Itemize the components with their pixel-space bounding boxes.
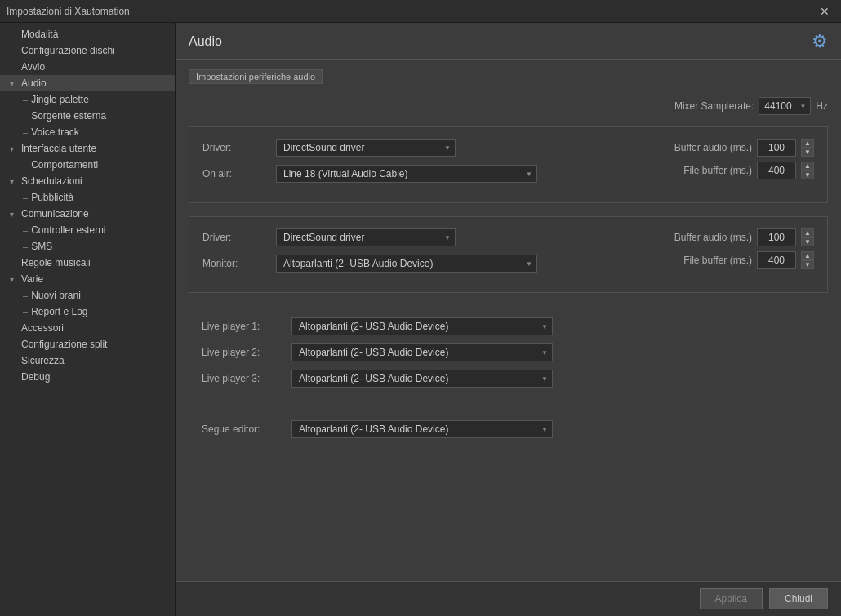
sidebar-label-jingle-palette: Jingle palette bbox=[31, 94, 89, 105]
section2-driver-wrapper: DirectSound driver bbox=[276, 228, 456, 246]
sidebar-item-modalita[interactable]: Modalità bbox=[0, 26, 175, 42]
sidebar-label-varie: Varie bbox=[21, 273, 43, 285]
live-player-2-wrapper: Altoparlanti (2- USB Audio Device) bbox=[291, 343, 553, 361]
gear-icon[interactable]: ⚙ bbox=[812, 31, 828, 52]
main-layout: Modalità Configurazione dischi Avvio ▾ A… bbox=[0, 23, 841, 616]
section2-driver-select[interactable]: DirectSound driver bbox=[276, 228, 456, 246]
sidebar-item-config-split[interactable]: Configurazione split bbox=[0, 336, 175, 352]
sidebar-item-sms[interactable]: – SMS bbox=[0, 238, 175, 255]
live-player-1-row: Live player 1: Altoparlanti (2- USB Audi… bbox=[202, 317, 815, 335]
live-player-2-row: Live player 2: Altoparlanti (2- USB Audi… bbox=[202, 343, 815, 361]
sidebar-item-debug[interactable]: Debug bbox=[0, 369, 175, 385]
live-player-1-select[interactable]: Altoparlanti (2- USB Audio Device) bbox=[291, 317, 553, 335]
sidebar-item-nuovi-brani[interactable]: – Nuovi brani bbox=[0, 287, 175, 304]
section1-buffer-audio-input[interactable]: 100 bbox=[757, 139, 796, 157]
live-player-3-label: Live player 3: bbox=[202, 373, 291, 384]
sidebar-item-config-dischi[interactable]: Configurazione dischi bbox=[0, 42, 175, 59]
segue-wrapper: Altoparlanti (2- USB Audio Device) bbox=[291, 420, 553, 438]
dash-icon: – bbox=[23, 242, 28, 251]
title-bar: Impostazioni di Xautomation ✕ bbox=[0, 0, 841, 23]
sidebar-item-comunicazione[interactable]: ▾ Comunicazione bbox=[0, 206, 175, 222]
section1-file-buffer-label: File buffer (ms.) bbox=[654, 165, 752, 176]
sidebar-label-config-split: Configurazione split bbox=[21, 339, 107, 350]
section2-file-buffer-down[interactable]: ▼ bbox=[801, 260, 814, 269]
sidebar-label-avvio: Avvio bbox=[21, 61, 45, 73]
audio-section-2: Driver: DirectSound driver Monitor: bbox=[189, 216, 828, 293]
section1-file-buffer-up[interactable]: ▲ bbox=[801, 162, 814, 171]
expand-icon-comunicazione: ▾ bbox=[10, 210, 18, 219]
live-player-1-wrapper: Altoparlanti (2- USB Audio Device) bbox=[291, 317, 553, 335]
live-player-3-wrapper: Altoparlanti (2- USB Audio Device) bbox=[291, 370, 553, 388]
page-title: Audio bbox=[189, 34, 222, 49]
dash-icon: – bbox=[23, 307, 28, 317]
sidebar-item-regole-musicali[interactable]: Regole musicali bbox=[0, 255, 175, 271]
section1-driver-select[interactable]: DirectSound driver bbox=[276, 139, 456, 157]
close-button[interactable]: Chiudi bbox=[769, 588, 828, 609]
section2-monitor-select[interactable]: Altoparlanti (2- USB Audio Device) bbox=[276, 255, 537, 273]
sidebar-label-sicurezza: Sicurezza bbox=[21, 355, 65, 366]
expand-icon-varie: ▾ bbox=[10, 275, 18, 284]
close-button[interactable]: ✕ bbox=[815, 3, 834, 20]
sidebar-label-debug: Debug bbox=[21, 371, 50, 383]
live-player-3-select[interactable]: Altoparlanti (2- USB Audio Device) bbox=[291, 370, 553, 388]
live-players-section: Live player 1: Altoparlanti (2- USB Audi… bbox=[189, 306, 828, 407]
mixer-samplerate-select[interactable]: 44100 48000 96000 bbox=[759, 97, 811, 115]
sidebar-label-pubblicita: Pubblicità bbox=[31, 192, 73, 203]
section2-buffer-audio-spinner: ▲ ▼ bbox=[801, 228, 814, 246]
section2-buffer-audio-row: Buffer audio (ms.) 100 ▲ ▼ bbox=[654, 228, 814, 246]
segue-select[interactable]: Altoparlanti (2- USB Audio Device) bbox=[291, 420, 553, 438]
sidebar-item-accessori[interactable]: Accessori bbox=[0, 320, 175, 336]
sidebar-item-report-e-log[interactable]: – Report e Log bbox=[0, 304, 175, 320]
section1-file-buffer-down[interactable]: ▼ bbox=[801, 171, 814, 179]
sidebar-item-avvio[interactable]: Avvio bbox=[0, 59, 175, 75]
live-player-1-label: Live player 1: bbox=[202, 321, 291, 332]
sidebar-item-audio[interactable]: ▾ Audio bbox=[0, 75, 175, 91]
live-player-3-row: Live player 3: Altoparlanti (2- USB Audi… bbox=[202, 370, 815, 388]
section1-driver-label: Driver: bbox=[202, 142, 276, 153]
sidebar-item-jingle-palette[interactable]: – Jingle palette bbox=[0, 91, 175, 108]
live-player-2-select[interactable]: Altoparlanti (2- USB Audio Device) bbox=[291, 343, 553, 361]
content-area: Audio ⚙ Impostazioni periferiche audio M… bbox=[176, 23, 841, 616]
audio-section-1: Driver: DirectSound driver On air: bbox=[189, 126, 828, 203]
section2-monitor-row: Monitor: Altoparlanti (2- USB Audio Devi… bbox=[202, 255, 654, 273]
section1-file-buffer-input[interactable]: 400 bbox=[757, 162, 796, 179]
section2-monitor-label: Monitor: bbox=[202, 258, 276, 269]
section1-buffer-audio-up[interactable]: ▲ bbox=[801, 139, 814, 148]
mixer-samplerate-label: Mixer Samplerate: bbox=[674, 100, 754, 112]
section1-file-buffer-spinner: ▲ ▼ bbox=[801, 162, 814, 179]
sidebar-label-accessori: Accessori bbox=[21, 322, 64, 334]
apply-button[interactable]: Applica bbox=[700, 588, 763, 609]
section2-file-buffer-input[interactable]: 400 bbox=[757, 251, 796, 269]
footer: Applica Chiudi bbox=[176, 581, 841, 616]
section2-buffer-audio-up[interactable]: ▲ bbox=[801, 228, 814, 237]
sidebar-item-comportamenti[interactable]: – Comportamenti bbox=[0, 157, 175, 173]
section2-file-buffer-row: File buffer (ms.) 400 ▲ ▼ bbox=[654, 251, 814, 269]
sidebar-item-voice-track[interactable]: – Voice track bbox=[0, 124, 175, 140]
section1-buffer-audio-down[interactable]: ▼ bbox=[801, 148, 814, 157]
sidebar-item-sorgente-esterna[interactable]: – Sorgente esterna bbox=[0, 108, 175, 124]
section1-buffer-audio-spinner: ▲ ▼ bbox=[801, 139, 814, 157]
section2-buffer-audio-down[interactable]: ▼ bbox=[801, 237, 814, 246]
section1-onair-wrapper: Line 18 (Virtual Audio Cable) bbox=[276, 165, 537, 183]
sidebar-item-interfaccia-utente[interactable]: ▾ Interfaccia utente bbox=[0, 140, 175, 157]
expand-icon-interfaccia: ▾ bbox=[10, 144, 18, 153]
section1-driver-wrapper: DirectSound driver bbox=[276, 139, 456, 157]
section1-inner: Driver: DirectSound driver On air: bbox=[202, 139, 814, 191]
section1-onair-select[interactable]: Line 18 (Virtual Audio Cable) bbox=[276, 165, 537, 183]
section2-file-buffer-spinner: ▲ ▼ bbox=[801, 251, 814, 269]
sidebar-item-varie[interactable]: ▾ Varie bbox=[0, 271, 175, 287]
section2-left: Driver: DirectSound driver Monitor: bbox=[202, 228, 654, 281]
section2-buffer-audio-input[interactable]: 100 bbox=[757, 228, 796, 246]
sidebar-item-pubblicita[interactable]: – Pubblicità bbox=[0, 189, 175, 206]
window-title: Impostazioni di Xautomation bbox=[7, 6, 130, 17]
sidebar-item-sicurezza[interactable]: Sicurezza bbox=[0, 352, 175, 369]
content-header: Audio ⚙ bbox=[176, 23, 841, 60]
section2-file-buffer-up[interactable]: ▲ bbox=[801, 251, 814, 260]
section1-left: Driver: DirectSound driver On air: bbox=[202, 139, 654, 191]
sidebar-item-schedulazioni[interactable]: ▾ Schedulazioni bbox=[0, 173, 175, 189]
section1-onair-row: On air: Line 18 (Virtual Audio Cable) bbox=[202, 165, 654, 183]
section1-buffer-audio-label: Buffer audio (ms.) bbox=[654, 142, 752, 153]
section2-right: Buffer audio (ms.) 100 ▲ ▼ File buffer (… bbox=[654, 228, 814, 269]
sidebar-item-controller-esterni[interactable]: – Controller esterni bbox=[0, 222, 175, 238]
segue-section: Segue editor: Altoparlanti (2- USB Audio… bbox=[189, 420, 828, 458]
